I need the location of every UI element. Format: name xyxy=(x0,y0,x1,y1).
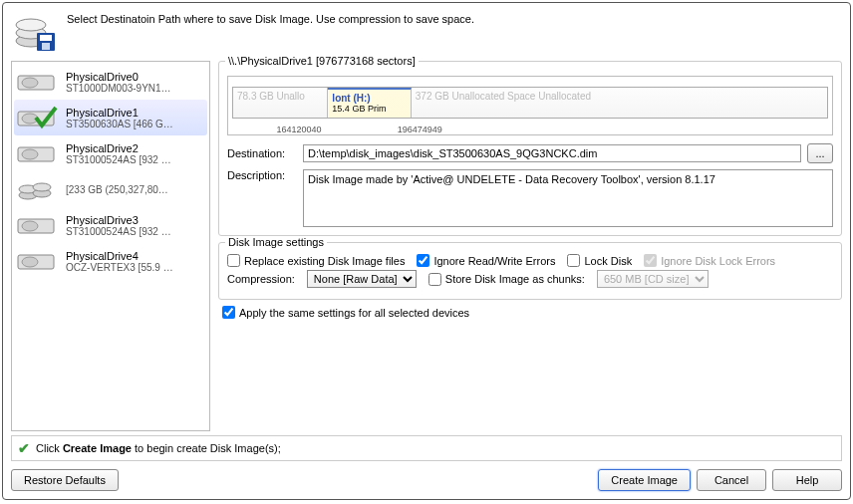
drive-sub: ST31000524AS [932 … xyxy=(66,226,205,237)
hdd-icon-checked xyxy=(16,104,58,131)
svg-point-17 xyxy=(22,221,38,231)
drive-sub: ST3500630AS [466 G… xyxy=(66,119,205,129)
hdd-icon xyxy=(16,247,58,275)
drive-list: PhysicalDrive0ST1000DM003-9YN1… Physical… xyxy=(11,61,210,431)
partition-unallocated-2[interactable]: 372 GB Unallocated Space Unallocated xyxy=(412,88,827,118)
cancel-button[interactable]: Cancel xyxy=(697,469,766,491)
hdd-icon xyxy=(16,68,58,96)
restore-defaults-button[interactable]: Restore Defaults xyxy=(11,469,119,491)
compression-label: Compression: xyxy=(227,273,295,285)
drive-sub: ST1000DM003-9YN1… xyxy=(66,83,205,94)
drive-item-3[interactable]: [233 GB (250,327,80… xyxy=(14,171,207,207)
description-textarea[interactable] xyxy=(303,169,833,227)
checkmark-icon: ✔ xyxy=(18,440,30,456)
browse-button[interactable]: ... xyxy=(807,143,833,163)
settings-legend: Disk Image settings xyxy=(225,236,327,248)
description-label: Description: xyxy=(227,169,297,181)
compression-select[interactable]: None [Raw Data] xyxy=(307,270,417,288)
partition-label: lont (H:) xyxy=(332,93,406,104)
status-bar: ✔ Click Create Image to begin create Dis… xyxy=(11,435,842,461)
svg-point-19 xyxy=(22,257,38,267)
drive-item-4[interactable]: PhysicalDrive3ST31000524AS [932 … xyxy=(14,207,207,243)
svg-point-11 xyxy=(22,149,38,159)
hdd-icon xyxy=(16,211,58,239)
drive-title: PhysicalDrive0 xyxy=(66,71,205,83)
svg-point-15 xyxy=(33,183,51,191)
destination-label: Destination: xyxy=(227,147,297,159)
drive-sub: ST31000524AS [932 … xyxy=(66,154,205,165)
drive-title: PhysicalDrive1 xyxy=(66,107,205,119)
drive-sub: OCZ-VERTEX3 [55.9 … xyxy=(66,262,205,273)
drive-title: PhysicalDrive2 xyxy=(66,142,205,154)
hdd-icon xyxy=(16,139,58,167)
drive-item-0[interactable]: PhysicalDrive0ST1000DM003-9YN1… xyxy=(14,64,207,100)
raid-icon xyxy=(16,175,58,203)
create-image-button[interactable]: Create Image xyxy=(598,469,691,491)
chunk-size-select: 650 MB [CD size] xyxy=(597,270,709,288)
apply-all-checkbox[interactable]: Apply the same settings for all selected… xyxy=(222,306,842,319)
partition-unallocated-1[interactable]: 78.3 GB Unallo xyxy=(233,88,328,118)
svg-rect-4 xyxy=(40,35,52,41)
help-button[interactable]: Help xyxy=(772,469,842,491)
partition-panel-title: \\.\PhysicalDrive1 [976773168 sectors] xyxy=(225,55,419,67)
drive-item-5[interactable]: PhysicalDrive4OCZ-VERTEX3 [55.9 … xyxy=(14,243,207,279)
drive-title: PhysicalDrive4 xyxy=(66,250,205,262)
partition-selected[interactable]: lont (H:) 15.4 GB Prim xyxy=(328,88,411,118)
header-instruction: Select Destinatoin Path where to save Di… xyxy=(67,11,474,25)
svg-point-7 xyxy=(22,78,38,88)
sector-tick-2: 196474949 xyxy=(398,125,442,134)
drive-item-1[interactable]: PhysicalDrive1ST3500630AS [466 G… xyxy=(14,100,207,135)
lock-disk-checkbox[interactable]: Lock Disk xyxy=(567,254,632,267)
destination-input[interactable] xyxy=(303,144,801,162)
ignore-lock-errors-checkbox: Ignore Disk Lock Errors xyxy=(644,254,775,267)
drive-item-2[interactable]: PhysicalDrive2ST31000524AS [932 … xyxy=(14,135,207,171)
drive-sub: [233 GB (250,327,80… xyxy=(66,184,205,195)
partition-map[interactable]: 78.3 GB Unallo lont (H:) 15.4 GB Prim 37… xyxy=(227,76,833,135)
ignore-rw-errors-checkbox[interactable]: Ignore Read/Write Errors xyxy=(417,254,555,267)
replace-existing-checkbox[interactable]: Replace existing Disk Image files xyxy=(227,254,405,267)
status-text: Click Create Image to begin create Disk … xyxy=(36,442,281,454)
disk-image-wizard-icon xyxy=(13,11,57,55)
store-chunks-checkbox[interactable]: Store Disk Image as chunks: xyxy=(428,273,585,286)
svg-point-2 xyxy=(16,19,46,31)
sector-tick-1: 164120040 xyxy=(276,125,321,134)
svg-rect-5 xyxy=(42,43,50,50)
partition-size: 15.4 GB Prim xyxy=(332,104,406,114)
drive-title: PhysicalDrive3 xyxy=(66,214,205,226)
